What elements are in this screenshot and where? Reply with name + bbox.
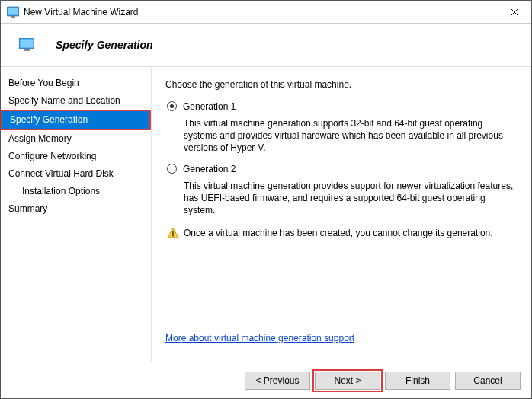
svg-rect-7 bbox=[172, 235, 174, 237]
content-intro: Choose the generation of this virtual ma… bbox=[165, 79, 518, 90]
sidebar-item-specify-generation[interactable]: Specify Generation bbox=[1, 110, 151, 130]
svg-rect-5 bbox=[24, 49, 30, 51]
page-title: Specify Generation bbox=[56, 39, 153, 51]
generation-2-option[interactable]: Generation 2 bbox=[165, 163, 518, 175]
svg-rect-2 bbox=[11, 16, 15, 18]
generation-2-label: Generation 2 bbox=[183, 163, 236, 175]
sidebar-item-summary[interactable]: Summary bbox=[1, 200, 151, 218]
warning-icon bbox=[167, 227, 179, 239]
more-link-container: More about virtual machine generation su… bbox=[165, 333, 518, 343]
generation-1-option[interactable]: Generation 1 bbox=[165, 101, 518, 113]
sidebar-item-before-you-begin[interactable]: Before You Begin bbox=[1, 75, 151, 92]
wizard-icon bbox=[19, 38, 34, 52]
sidebar-item-assign-memory[interactable]: Assign Memory bbox=[1, 130, 151, 148]
svg-rect-6 bbox=[172, 231, 174, 235]
radio-generation-2[interactable] bbox=[167, 164, 177, 174]
window-title: New Virtual Machine Wizard bbox=[24, 7, 497, 18]
svg-rect-1 bbox=[8, 8, 18, 14]
wizard-steps-sidebar: Before You Begin Specify Name and Locati… bbox=[1, 67, 152, 362]
close-button[interactable] bbox=[497, 1, 531, 24]
previous-button[interactable]: < Previous bbox=[245, 372, 310, 390]
sidebar-item-specify-name-location[interactable]: Specify Name and Location bbox=[1, 92, 151, 110]
sidebar-item-connect-vhd[interactable]: Connect Virtual Hard Disk bbox=[1, 165, 151, 183]
warning-text: Once a virtual machine has been created,… bbox=[184, 227, 493, 239]
sidebar-item-configure-networking[interactable]: Configure Networking bbox=[1, 148, 151, 165]
generation-1-label: Generation 1 bbox=[183, 101, 236, 113]
cancel-button[interactable]: Cancel bbox=[455, 372, 521, 390]
warning-row: Once a virtual machine has been created,… bbox=[167, 227, 518, 239]
more-about-link[interactable]: More about virtual machine generation su… bbox=[165, 333, 354, 343]
app-icon bbox=[7, 6, 19, 18]
generation-2-description: This virtual machine generation provides… bbox=[184, 180, 518, 216]
next-button[interactable]: Next > bbox=[315, 372, 380, 390]
generation-1-description: This virtual machine generation supports… bbox=[184, 117, 518, 154]
radio-generation-1[interactable] bbox=[167, 101, 177, 111]
wizard-body: Before You Begin Specify Name and Locati… bbox=[1, 67, 531, 362]
titlebar: New Virtual Machine Wizard bbox=[1, 1, 531, 24]
wizard-content: Choose the generation of this virtual ma… bbox=[152, 67, 531, 362]
finish-button[interactable]: Finish bbox=[385, 372, 450, 390]
sidebar-item-installation-options[interactable]: Installation Options bbox=[1, 183, 151, 200]
svg-rect-4 bbox=[21, 40, 34, 48]
wizard-header: Specify Generation bbox=[1, 24, 531, 66]
wizard-footer: < Previous Next > Finish Cancel bbox=[1, 362, 531, 398]
